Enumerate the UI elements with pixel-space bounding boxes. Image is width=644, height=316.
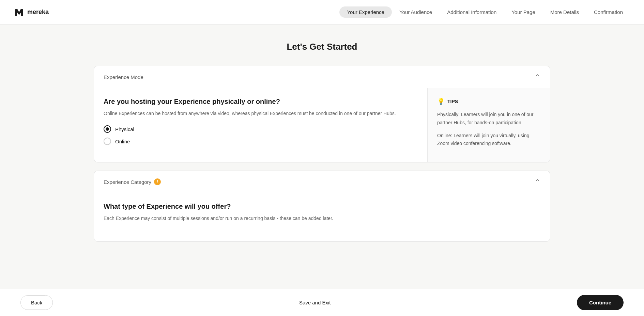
radio-option-online[interactable]: Online [104,138,418,145]
tips-text-physical: Physically: Learners will join you in on… [437,111,540,127]
experience-mode-tips: 💡 TIPS Physically: Learners will join yo… [427,88,550,162]
continue-button[interactable]: Continue [577,295,624,310]
tips-label: TIPS [447,99,458,104]
main-content: Let's Get Started Experience Mode ⌃ Are … [66,25,578,291]
experience-category-label: Experience Category ! [104,178,161,185]
logo: mereka [14,7,49,18]
experience-mode-question: Are you hosting your Experience physical… [104,98,418,106]
experience-mode-collapse-icon[interactable]: ⌃ [535,73,540,81]
experience-category-card: Experience Category ! ⌃ What type of Exp… [94,171,550,241]
experience-mode-main: Are you hosting your Experience physical… [94,88,427,162]
back-button[interactable]: Back [20,295,53,310]
experience-mode-description: Online Experiences can be hosted from an… [104,110,418,117]
radio-option-physical[interactable]: Physical [104,125,418,133]
logo-icon [14,7,25,18]
nav-item-confirmation[interactable]: Confirmation [586,6,630,18]
nav-item-your-experience[interactable]: Your Experience [339,6,392,18]
nav-item-your-page[interactable]: Your Page [504,6,543,18]
footer: Back Save and Exit Continue [0,289,644,316]
experience-mode-label: Experience Mode [104,74,143,80]
experience-category-question: What type of Experience will you offer? [104,203,540,210]
nav-item-your-audience[interactable]: Your Audience [392,6,440,18]
tips-text-online: Online: Learners will join you virtually… [437,132,540,148]
radio-circle-physical [104,125,111,133]
header: mereka Your Experience Your Audience Add… [0,0,644,25]
radio-label-online: Online [115,139,130,144]
nav-item-additional-information[interactable]: Additional Information [440,6,504,18]
tips-bulb-icon: 💡 [437,98,445,105]
tips-header: 💡 TIPS [437,98,540,105]
nav-item-more-details[interactable]: More Details [543,6,586,18]
page-title: Let's Get Started [94,42,550,52]
experience-category-collapse-icon[interactable]: ⌃ [535,178,540,186]
warning-badge: ! [154,178,161,185]
main-nav: Your Experience Your Audience Additional… [339,6,630,18]
experience-mode-body: Are you hosting your Experience physical… [94,88,550,162]
experience-mode-options: Physical Online [104,125,418,145]
radio-inner-physical [106,127,109,131]
experience-category-description: Each Experience may consist of multiple … [104,215,540,222]
radio-label-physical: Physical [115,126,134,132]
save-exit-button[interactable]: Save and Exit [299,300,331,305]
logo-text: mereka [27,9,49,16]
experience-mode-card: Experience Mode ⌃ Are you hosting your E… [94,66,550,162]
radio-circle-online [104,138,111,145]
experience-mode-header: Experience Mode ⌃ [94,66,550,88]
experience-category-body: What type of Experience will you offer? … [94,193,550,241]
experience-category-header: Experience Category ! ⌃ [94,171,550,193]
